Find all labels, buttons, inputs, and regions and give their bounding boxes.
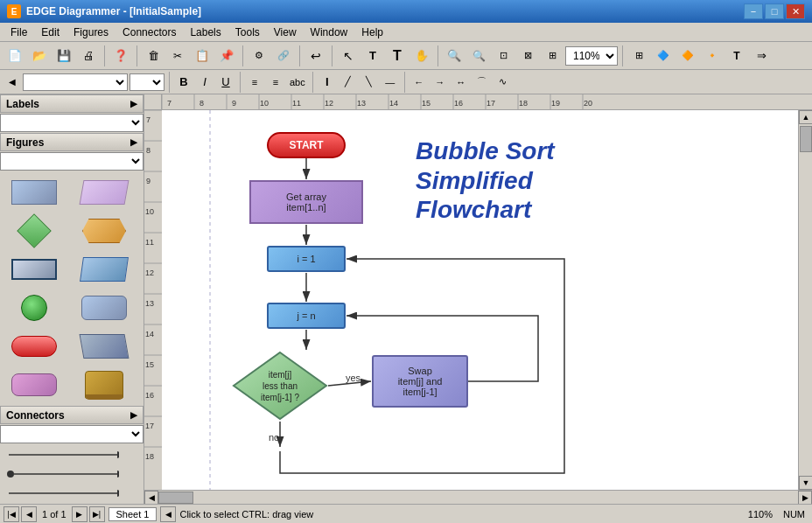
menu-figures[interactable]: Figures (66, 23, 116, 41)
copy-button[interactable]: 📋 (191, 45, 214, 67)
zoompage-button[interactable]: ⊠ (516, 45, 539, 67)
underline-button[interactable]: U (216, 73, 235, 91)
arrow-center-btn[interactable]: → (430, 73, 450, 91)
arrow-right-btn[interactable]: ↔ (452, 73, 471, 91)
textprop-button[interactable]: T (725, 45, 748, 67)
connector-arrow3[interactable] (5, 486, 119, 500)
bold-button[interactable]: B (174, 73, 193, 91)
textbig-button[interactable]: T (386, 45, 409, 67)
connectors-section-header[interactable]: Connectors ▶ (0, 406, 144, 424)
shape-rect2[interactable] (4, 252, 65, 287)
menu-connectors[interactable]: Connectors (116, 23, 183, 41)
shape-rect[interactable] (4, 175, 65, 210)
minimize-button[interactable]: − (744, 3, 763, 19)
curve2-btn[interactable]: ∿ (494, 73, 513, 91)
font-select[interactable] (23, 73, 128, 91)
new-button[interactable]: 📄 (4, 45, 26, 67)
stroke3-btn[interactable]: — (381, 73, 400, 91)
t2-btn1[interactable]: ◀ (4, 73, 21, 91)
scroll-thumb[interactable] (800, 126, 812, 152)
shape-para[interactable] (74, 175, 135, 210)
figlib-button[interactable]: ⚙ (248, 45, 270, 67)
undo-button[interactable]: ↩ (304, 45, 327, 67)
connector-arrow2[interactable] (5, 467, 119, 481)
shape-diamond[interactable] (4, 213, 65, 248)
maximize-button[interactable]: □ (765, 3, 784, 19)
figprop-button[interactable]: 🔷 (652, 45, 675, 67)
hscroll-right-button[interactable]: ▶ (798, 491, 812, 505)
arrow-left-btn[interactable]: ← (410, 73, 429, 91)
menu-file[interactable]: File (4, 23, 34, 41)
figures-combo[interactable] (0, 152, 144, 171)
nav-first-button[interactable]: |◀ (4, 506, 19, 522)
scroll-up-button[interactable]: ▲ (799, 110, 812, 124)
tab-scroll-button[interactable]: ◀ (160, 506, 176, 522)
help-button[interactable]: ❓ (109, 45, 132, 67)
horizontal-scrollbar[interactable]: ◀ ▶ (144, 490, 812, 504)
menu-view[interactable]: View (267, 23, 304, 41)
connprop-button[interactable]: 🔶 (676, 45, 699, 67)
getarray-shape[interactable]: Get array item[1..n] (249, 180, 363, 224)
menu-edit[interactable]: Edit (34, 23, 66, 41)
save-button[interactable]: 💾 (52, 45, 75, 67)
diamond-shape[interactable]: item[j] less than item[j-1] ? (232, 351, 328, 421)
shape-circle[interactable] (4, 290, 65, 325)
canvas[interactable]: Bubble Sort Simplified Flowchart START G… (162, 110, 798, 490)
hscroll-track[interactable] (158, 491, 798, 505)
select-button[interactable]: ↖ (337, 45, 360, 67)
italic-button[interactable]: I (195, 73, 214, 91)
zoomin-button[interactable]: 🔍 (443, 45, 466, 67)
close-button[interactable]: ✕ (786, 3, 805, 19)
shape-rounded2[interactable] (4, 367, 65, 402)
vertical-scrollbar[interactable]: ▲ ▼ (798, 110, 812, 490)
text-button[interactable]: T (361, 45, 384, 67)
swap-shape[interactable]: Swap item[j] and item[j-1] (372, 355, 468, 408)
menu-help[interactable]: Help (354, 23, 390, 41)
zoomfit-button[interactable]: ⊡ (492, 45, 514, 67)
stroke-btn[interactable]: ╱ (339, 73, 358, 91)
open-button[interactable]: 📂 (28, 45, 51, 67)
grid-button[interactable]: ⊞ (627, 45, 650, 67)
connlib-button[interactable]: 🔗 (272, 45, 295, 67)
menu-tools[interactable]: Tools (228, 23, 267, 41)
nav-next-button[interactable]: ▶ (72, 506, 88, 522)
sheet-tab[interactable]: Sheet 1 (108, 507, 158, 521)
hscroll-left-button[interactable]: ◀ (144, 491, 158, 505)
pan-button[interactable]: ✋ (410, 45, 433, 67)
jn-shape[interactable]: j = n (267, 303, 346, 329)
connectors-combo[interactable] (0, 425, 144, 443)
scroll-down-button[interactable]: ▼ (799, 476, 812, 490)
paste-button[interactable]: 📌 (215, 45, 238, 67)
curve1-btn[interactable]: ⌒ (472, 73, 492, 91)
delete-button[interactable]: 🗑 (142, 45, 164, 67)
shape-hex[interactable] (74, 213, 135, 248)
figures-section-header[interactable]: Figures ▶ (0, 133, 144, 151)
size-select[interactable] (130, 73, 164, 91)
i1-shape[interactable]: i = 1 (267, 246, 346, 272)
hscroll-thumb[interactable] (158, 492, 193, 504)
shape-pill[interactable] (4, 329, 65, 364)
labels-combo[interactable] (0, 114, 144, 132)
shape-roundedrect[interactable] (74, 290, 135, 325)
scroll-track[interactable] (799, 124, 812, 476)
stroke2-btn[interactable]: ╲ (360, 73, 379, 91)
cut-button[interactable]: ✂ (166, 45, 189, 67)
align-left-button[interactable]: ≡ (245, 73, 264, 91)
canvas-scroll[interactable]: Bubble Sort Simplified Flowchart START G… (162, 110, 798, 490)
nav-last-button[interactable]: ▶| (89, 506, 105, 522)
fontsize-up-button[interactable]: I (318, 73, 337, 91)
zoomout-button[interactable]: 🔍 (467, 45, 490, 67)
print-button[interactable]: 🖨 (77, 45, 100, 67)
labprop-button[interactable]: 🔸 (701, 45, 724, 67)
nav-prev-button[interactable]: ◀ (21, 506, 37, 522)
shape-cylinder[interactable] (74, 367, 135, 402)
shape-para2[interactable] (74, 329, 135, 364)
menu-labels[interactable]: Labels (183, 23, 228, 41)
arrowprop-button[interactable]: ⇒ (750, 45, 773, 67)
labels-section-header[interactable]: Labels ▶ (0, 94, 144, 113)
align-center-button[interactable]: ≡ (266, 73, 285, 91)
connector-arrow1[interactable] (5, 448, 119, 462)
zoomsel-button[interactable]: ⊞ (541, 45, 564, 67)
start-shape[interactable]: START (267, 132, 346, 158)
menu-window[interactable]: Window (304, 23, 355, 41)
